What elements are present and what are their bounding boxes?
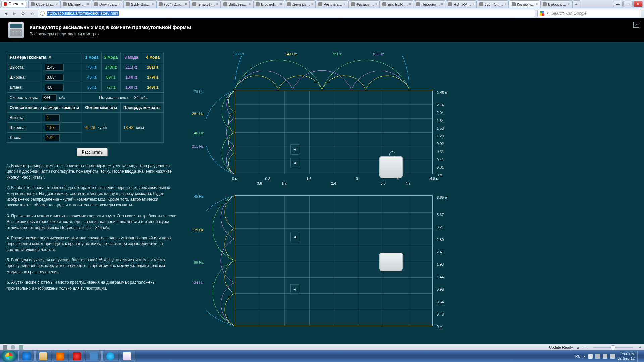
tab-close-icon[interactable]: × [119,2,121,6]
tab-close-icon[interactable]: × [185,2,187,6]
width-input[interactable] [45,74,64,81]
back-button[interactable]: ◄ [3,10,9,17]
length-input[interactable] [45,84,64,91]
rel-width-input[interactable] [45,124,60,131]
taskbar-ie[interactable] [18,351,35,361]
taskbar-notepad[interactable] [119,351,135,361]
axis-tick: 3.6 [381,181,386,185]
calculate-button[interactable]: Рассчитать [77,148,108,156]
tray-flag-icon[interactable] [595,354,600,359]
browser-tab[interactable]: Job - Chi…× [477,0,509,8]
tab-close-icon[interactable]: × [536,2,538,6]
tab-close-icon[interactable]: × [56,2,58,6]
browser-tab[interactable]: Калькул…× [509,0,540,8]
cell: 211Hz [121,62,142,72]
chevron-up-icon[interactable]: ▲ [576,345,580,349]
app-menu-button[interactable]: Opera ▼ [1,1,26,7]
tab-close-icon[interactable]: × [249,2,251,6]
system-tray: RU ▴ 7:06 PM 02-Sep-12 [575,351,643,362]
rel-length-input[interactable] [45,134,60,141]
window-maximize-button[interactable]: ☐ [623,1,633,7]
volume-value: 45.28 [85,125,95,130]
sync-icon[interactable] [11,345,15,350]
tab-close-icon[interactable]: × [344,2,346,6]
address-bar[interactable]: http://acoustic.ua/forms/calculator8.htm… [38,10,535,17]
tab-close-icon[interactable]: × [568,2,570,6]
axis-tick: 0 м [232,177,238,181]
browser-tab[interactable]: Balticsea…× [221,0,253,8]
zoom-slider[interactable] [593,347,633,348]
tab-strip: CyberLin…×Michael …×Downloa…×SS.lv Вак…×… [28,0,611,8]
tab-close-icon[interactable]: × [441,2,443,6]
show-desktop-button[interactable] [637,351,641,362]
instruction-paragraph: 6. Акустические системы и место прослуши… [7,280,178,291]
tab-close-icon[interactable]: × [409,2,411,6]
browser-tab[interactable]: SS.lv Вак…× [123,0,156,8]
window-close-button[interactable]: ✕ [633,1,643,7]
browser-tab[interactable]: HD TRA…× [446,0,477,8]
chevron-up-icon[interactable]: ▴ [583,354,585,358]
cell: 89Hz [101,72,120,82]
tray-icon[interactable] [588,354,593,359]
mode3-header: 3 мода [121,52,142,62]
taskbar-explorer[interactable] [35,351,51,361]
browser-tab[interactable]: CyberLin…× [28,0,60,8]
taskbar-wmp[interactable] [52,351,68,361]
search-field[interactable]: ▼ Search with Google [537,10,641,17]
tab-close-icon[interactable]: × [311,2,313,6]
browser-tab[interactable]: Результа…× [316,0,348,8]
browser-tab[interactable]: Brotherh…× [253,0,284,8]
taskbar-opera[interactable] [69,351,85,361]
browser-tab[interactable]: Eiro EUR …× [380,0,414,8]
axis-tick: 2.4 [331,181,336,185]
axis-tick: 1.2 [282,181,287,185]
tray-network-icon[interactable] [603,354,607,359]
freq-label: 89 Hz [194,260,204,264]
reload-button[interactable]: ⟳ [20,10,27,17]
tab-close-icon[interactable]: × [504,2,506,6]
room-dim-label: 3.85 м [437,195,448,199]
taskbar-skype[interactable] [102,351,118,361]
tab-label: Brotherh… [261,2,279,6]
keyboard-lang[interactable]: RU [575,354,581,358]
rel-height-input[interactable] [45,114,60,121]
browser-tab[interactable]: Выбор р…× [540,0,572,8]
height-input[interactable] [45,64,64,71]
window-minimize-button[interactable]: — [613,1,623,7]
browser-tab[interactable]: Персона…× [414,0,445,8]
link-icon[interactable] [19,345,23,350]
tab-label: CyberLin… [36,2,54,6]
home-button[interactable]: ⌂ [29,10,36,17]
tab-close-icon[interactable]: × [216,2,218,6]
panel-icon[interactable] [3,345,7,350]
browser-tab[interactable]: Фильмы…× [348,0,380,8]
tab-close-icon[interactable]: × [152,2,154,6]
favicon-icon [416,2,420,6]
length-label: Длина: [7,82,42,93]
browser-tab[interactable]: Downloa…× [92,0,123,8]
panel-close-button[interactable]: ✕ [633,22,639,28]
tray-volume-icon[interactable] [610,354,615,359]
tray-clock[interactable]: 7:06 PM 02-Sep-12 [618,352,635,360]
cell: 179Hz [142,72,164,82]
start-button[interactable] [1,351,17,362]
tab-close-icon[interactable]: × [472,2,474,6]
speaker-icon [290,158,299,168]
browser-tab[interactable]: Michael …× [60,0,91,8]
tab-close-icon[interactable]: × [280,2,282,6]
tab-close-icon[interactable]: × [87,2,89,6]
rel-l-label: Длина: [7,133,42,143]
mode4-header: 4 мода [142,52,164,62]
browser-tab[interactable]: (304) Вхо…× [156,0,189,8]
forward-button[interactable]: ► [11,10,18,17]
tab-close-icon[interactable]: × [375,2,377,6]
taskbar-app[interactable] [86,351,102,361]
search-engine-dropdown-icon[interactable]: ▼ [546,12,549,15]
sound-speed-input[interactable] [42,94,57,101]
axis-tick: 0.64 [437,300,444,304]
browser-tab[interactable]: День ра…× [285,0,316,8]
browser-tab[interactable]: Ienākoši…× [190,0,221,8]
new-tab-button[interactable]: + [572,0,580,8]
update-ready-label[interactable]: Update Ready [549,345,573,349]
favicon-icon [223,2,227,6]
